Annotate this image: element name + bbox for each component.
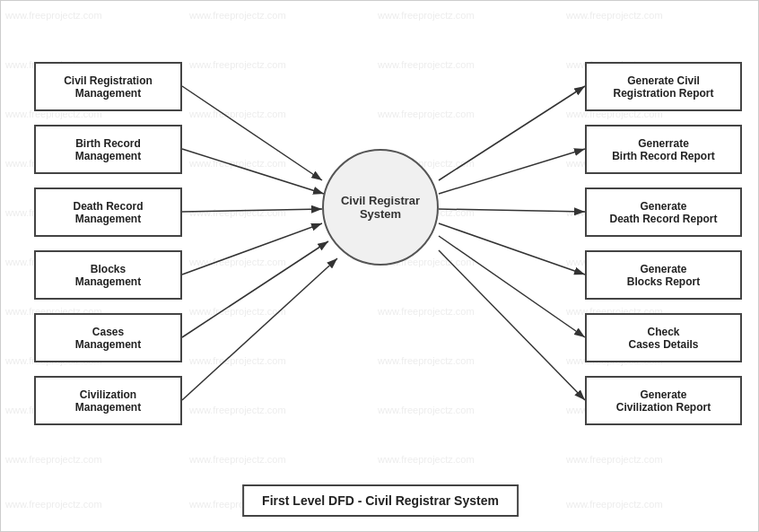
box-civilization-mgmt: CivilizationManagement [34,376,182,425]
box-cases-mgmt-label: CasesManagement [75,326,141,351]
box-gen-civil-reg-report-label: Generate CivilRegistration Report [613,74,713,100]
svg-line-11 [439,236,585,337]
box-gen-civilization-report-label: GenerateCivilization Report [616,388,711,414]
svg-line-7 [439,86,585,180]
center-circle: Civil Registrar System [322,149,439,266]
box-civilization-mgmt-label: CivilizationManagement [75,388,141,414]
page-wrapper: www.freeprojectz.com www.freeprojectz.co… [0,0,759,532]
box-gen-death-record-report-label: GenerateDeath Record Report [609,200,717,225]
svg-line-1 [182,86,322,180]
box-gen-civil-reg-report: Generate CivilRegistration Report [585,62,742,111]
svg-line-4 [182,223,322,275]
svg-line-2 [182,149,324,194]
box-death-record-mgmt: Death RecordManagement [34,188,182,237]
box-check-cases-details: CheckCases Details [585,313,742,362]
caption-box: First Level DFD - Civil Registrar System [242,484,519,517]
svg-line-9 [439,209,585,212]
svg-line-3 [182,209,322,212]
box-cases-mgmt: CasesManagement [34,313,182,362]
svg-line-8 [439,149,585,194]
box-gen-death-record-report: GenerateDeath Record Report [585,188,742,237]
box-civil-reg-mgmt: Civil RegistrationManagement [34,62,182,111]
box-civil-reg-mgmt-label: Civil RegistrationManagement [64,74,153,100]
box-death-record-mgmt-label: Death RecordManagement [73,200,143,225]
box-gen-blocks-report-label: GenerateBlocks Report [627,263,700,288]
box-birth-record-mgmt: Birth RecordManagement [34,125,182,174]
box-gen-blocks-report: GenerateBlocks Report [585,250,742,300]
svg-line-10 [439,223,585,275]
box-blocks-mgmt: BlocksManagement [34,250,182,300]
box-check-cases-details-label: CheckCases Details [628,326,698,351]
box-birth-record-mgmt-label: Birth RecordManagement [75,137,141,162]
box-gen-civilization-report: GenerateCivilization Report [585,376,742,425]
caption-text: First Level DFD - Civil Registrar System [262,493,499,508]
svg-line-12 [439,250,585,400]
center-label: Civil Registrar System [324,194,437,221]
box-blocks-mgmt-label: BlocksManagement [75,263,141,288]
box-gen-birth-record-report: GenerrateBirth Record Report [585,125,742,174]
svg-line-5 [182,241,328,337]
svg-line-6 [182,258,337,400]
box-gen-birth-record-report-label: GenerrateBirth Record Report [612,137,715,162]
